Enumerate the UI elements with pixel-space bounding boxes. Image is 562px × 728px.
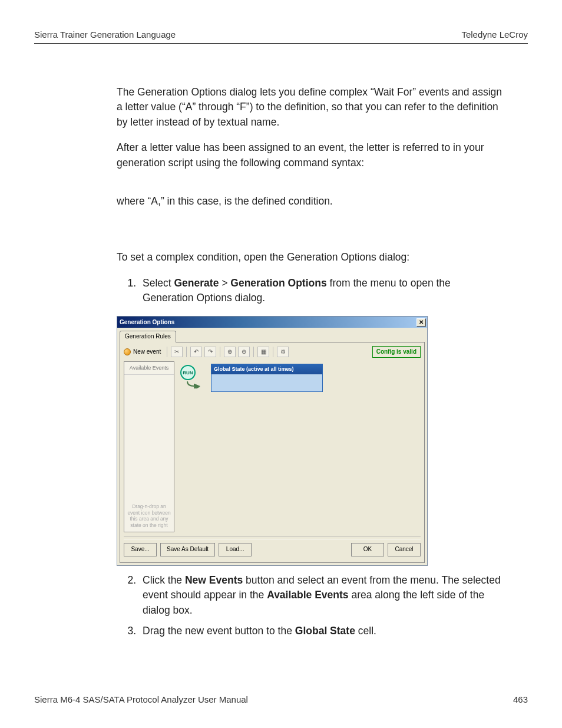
- step-3: Drag the new event button to the Global …: [139, 624, 504, 638]
- run-badge[interactable]: RUN: [180, 365, 196, 380]
- undo-button[interactable]: ↶: [190, 347, 202, 357]
- available-events-header: Available Events: [124, 362, 174, 375]
- button-row: Save... Save As Default Load... OK Cance…: [124, 543, 421, 559]
- redo-icon: ↷: [208, 348, 213, 357]
- save-button[interactable]: Save...: [124, 543, 157, 556]
- step-1: Select Generate > Generation Options fro…: [139, 276, 504, 306]
- save-default-button[interactable]: Save As Default: [160, 543, 215, 556]
- step2-b2: Available Events: [267, 589, 348, 601]
- paragraph-2: After a letter value has been assigned t…: [117, 140, 504, 170]
- zoom-out-button[interactable]: ⊖: [238, 347, 250, 357]
- step3-pre: Drag the new event button to the: [143, 625, 295, 637]
- step1-pre: Select: [143, 277, 174, 289]
- available-events-panel[interactable]: Available Events Drag-n-drop an event ic…: [124, 361, 174, 532]
- step3-post: cell.: [355, 625, 376, 637]
- global-state-cell[interactable]: Global State (active at all times): [211, 364, 323, 392]
- button-spacer: [255, 543, 348, 556]
- settings-button[interactable]: ⚙: [277, 347, 289, 357]
- step3-b1: Global State: [295, 625, 355, 637]
- body-content: The Generation Options dialog lets you d…: [117, 85, 504, 638]
- paragraph-4: To set a complex condition, open the Gen…: [117, 250, 504, 265]
- step2-b1: New Events: [185, 574, 243, 586]
- new-event-label: New event: [133, 348, 161, 357]
- zoom-in-button[interactable]: ⊕: [224, 347, 236, 357]
- undo-icon: ↶: [194, 348, 199, 357]
- toolbar-sep-5: [273, 347, 273, 357]
- header-left: Sierra Trainer Generation Language: [34, 29, 176, 39]
- state-canvas[interactable]: RUN Global State (active at all times): [178, 361, 421, 532]
- footer-page: 463: [513, 694, 528, 704]
- global-state-header: Global State (active at all times): [211, 364, 322, 374]
- drag-hint: Drag-n-drop an event icon between this a…: [127, 503, 171, 529]
- cancel-button[interactable]: Cancel: [388, 543, 421, 556]
- header-right: Teledyne LeCroy: [461, 29, 528, 39]
- separator-bar: [124, 536, 421, 539]
- redo-button[interactable]: ↷: [204, 347, 216, 357]
- arrow-icon: [186, 380, 200, 388]
- paragraph-3: where “A,” in this case, is the defined …: [117, 194, 504, 209]
- toolbar-sep-3: [220, 347, 220, 357]
- fit-icon: ▦: [261, 348, 266, 357]
- fit-button[interactable]: ▦: [257, 347, 269, 357]
- step-2: Click the New Events button and select a…: [139, 573, 504, 618]
- new-event-icon: [124, 348, 131, 355]
- zoom-out-icon: ⊖: [242, 348, 246, 357]
- step1-gt: >: [219, 277, 230, 289]
- steps-list-2: Click the New Events button and select a…: [139, 573, 504, 639]
- step1-bold2: Generation Options: [230, 277, 326, 289]
- close-icon: ✕: [419, 319, 424, 325]
- dialog-title: Generation Options: [120, 318, 174, 327]
- footer-left: Sierra M6-4 SAS/SATA Protocol Analyzer U…: [34, 694, 248, 704]
- tab-generation-rules[interactable]: Generation Rules: [120, 331, 176, 342]
- delete-icon: ✂: [174, 348, 179, 357]
- step1-bold1: Generate: [174, 277, 219, 289]
- close-button[interactable]: ✕: [416, 318, 426, 327]
- toolbar: New event ✂ ↶ ↷ ⊕ ⊖ ▦ ⚙ Config is valid: [124, 346, 421, 358]
- toolbar-sep-2: [186, 347, 187, 357]
- dialog-inner: New event ✂ ↶ ↷ ⊕ ⊖ ▦ ⚙ Config is valid: [120, 342, 425, 563]
- zoom-in-icon: ⊕: [227, 348, 232, 357]
- steps-list-1: Select Generate > Generation Options fro…: [139, 276, 504, 306]
- work-area: Available Events Drag-n-drop an event ic…: [124, 361, 421, 532]
- ok-button[interactable]: OK: [351, 543, 384, 556]
- config-status: Config is valid: [372, 346, 421, 358]
- toolbar-sep-1: [167, 347, 167, 357]
- tab-row: Generation Rules: [117, 328, 427, 342]
- new-event-button[interactable]: New event: [124, 348, 161, 357]
- delete-button[interactable]: ✂: [171, 347, 183, 357]
- dialog-titlebar[interactable]: Generation Options ✕: [117, 317, 427, 328]
- header-rule: [34, 43, 528, 44]
- toolbar-sep-4: [253, 347, 254, 357]
- gear-icon: ⚙: [280, 348, 286, 357]
- load-button[interactable]: Load...: [219, 543, 252, 556]
- generation-options-dialog: Generation Options ✕ Generation Rules Ne…: [117, 316, 428, 566]
- paragraph-1: The Generation Options dialog lets you d…: [117, 85, 504, 130]
- step2-pre: Click the: [143, 574, 185, 586]
